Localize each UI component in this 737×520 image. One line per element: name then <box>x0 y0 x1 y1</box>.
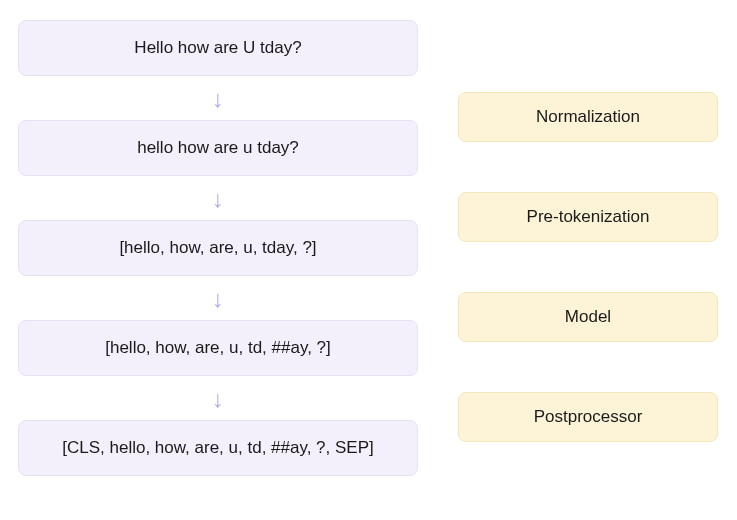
arrow-glyph: ↓ <box>212 187 224 211</box>
arrow-down-icon: ↓ <box>212 176 224 220</box>
stage-postprocessed: [CLS, hello, how, are, u, td, ##ay, ?, S… <box>18 420 418 476</box>
stage-model: [hello, how, are, u, td, ##ay, ?] <box>18 320 418 376</box>
label-pretokenization: Pre-tokenization <box>458 192 718 242</box>
label-model-text: Model <box>565 307 611 326</box>
arrow-down-icon: ↓ <box>212 76 224 120</box>
stage-pretokenized: [hello, how, are, u, tday, ?] <box>18 220 418 276</box>
label-postprocessor: Postprocessor <box>458 392 718 442</box>
stage-input-text: Hello how are U tday? <box>134 38 301 57</box>
label-postprocessor-text: Postprocessor <box>534 407 643 426</box>
stage-pretokenized-text: [hello, how, are, u, tday, ?] <box>119 238 316 257</box>
label-model: Model <box>458 292 718 342</box>
label-normalization: Normalization <box>458 92 718 142</box>
stage-model-text: [hello, how, are, u, td, ##ay, ?] <box>105 338 331 357</box>
stage-normalized-text: hello how are u tday? <box>137 138 299 157</box>
stage-normalized: hello how are u tday? <box>18 120 418 176</box>
stage-input: Hello how are U tday? <box>18 20 418 76</box>
arrow-down-icon: ↓ <box>212 376 224 420</box>
label-pretokenization-text: Pre-tokenization <box>527 207 650 226</box>
arrow-glyph: ↓ <box>212 87 224 111</box>
diagram-container: Hello how are U tday? ↓ hello how are u … <box>0 0 737 496</box>
arrow-glyph: ↓ <box>212 287 224 311</box>
label-normalization-text: Normalization <box>536 107 640 126</box>
stage-postprocessed-text: [CLS, hello, how, are, u, td, ##ay, ?, S… <box>62 438 374 457</box>
arrow-glyph: ↓ <box>212 387 224 411</box>
labels-column: Normalization Pre-tokenization Model Pos… <box>458 20 718 476</box>
arrow-down-icon: ↓ <box>212 276 224 320</box>
pipeline-column: Hello how are U tday? ↓ hello how are u … <box>18 20 418 476</box>
